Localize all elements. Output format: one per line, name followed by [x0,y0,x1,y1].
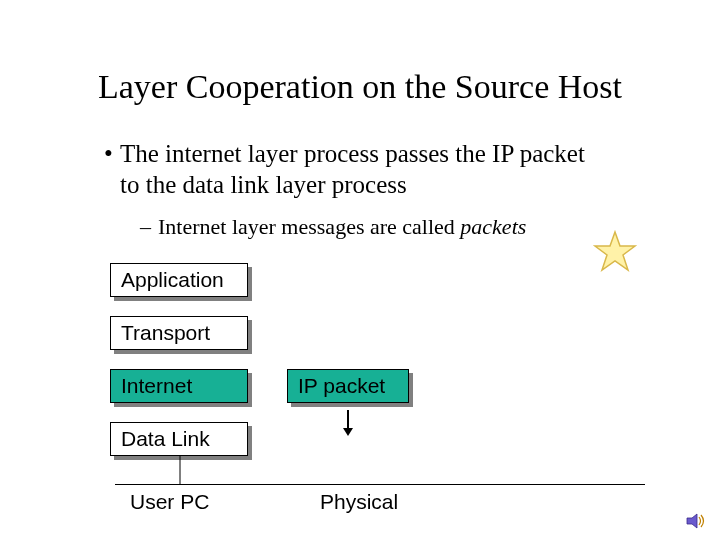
bullet2-italic: packets [460,214,526,239]
slide: Layer Cooperation on the Source Host • T… [0,0,720,540]
label-physical: Physical [320,490,398,514]
bullet1-line1: The internet layer process passes the IP… [120,140,585,167]
arrow-down-icon [340,408,356,438]
layer-label: Internet [121,374,192,398]
layer-box-application: Application [110,263,248,297]
label-user-pc: User PC [130,490,209,514]
bullet-dash-icon: – [140,214,151,240]
layer-label: Application [121,268,224,292]
sound-icon [686,512,708,530]
svg-marker-2 [343,428,353,436]
svg-marker-0 [595,232,635,270]
layer-label: Transport [121,321,210,345]
bullet-dot-icon: • [104,138,113,169]
layer-box-transport: Transport [110,316,248,350]
star-icon [592,230,638,274]
packet-box-ip: IP packet [287,369,409,403]
layer-label: Data Link [121,427,210,451]
bullet-level-2: – Internet layer messages are called pac… [158,214,638,240]
bullet-level-1: • The internet layer process passes the … [120,138,660,201]
bullet2-text: Internet layer messages are called [158,214,460,239]
horizontal-line-icon [115,484,645,485]
layer-box-internet: Internet [110,369,248,403]
connector-line-icon [178,456,182,484]
packet-label: IP packet [298,374,385,398]
bullet1-line2: to the data link layer process [120,171,407,198]
layer-box-datalink: Data Link [110,422,248,456]
svg-marker-4 [687,514,697,528]
slide-title: Layer Cooperation on the Source Host [0,68,720,106]
